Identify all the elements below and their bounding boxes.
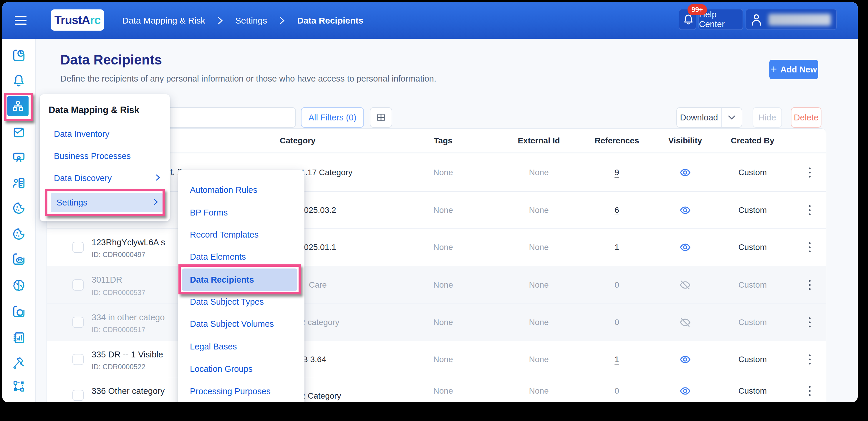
submenu-item-record-templates[interactable]: Record Templates [190, 230, 258, 240]
hide-button[interactable]: Hide [752, 107, 782, 128]
row-checkbox[interactable] [72, 317, 84, 328]
submenu-item-data-elements[interactable]: Data Elements [190, 252, 246, 262]
menu-item-data-inventory[interactable]: Data Inventory [54, 129, 110, 139]
column-header-created-by[interactable]: Created By [731, 136, 774, 145]
submenu-item-bp-forms[interactable]: BP Forms [190, 208, 227, 218]
row-checkbox[interactable] [72, 242, 84, 253]
table-row: 3011DR ID: CDR0000537 Care None None 0 C… [47, 266, 826, 303]
left-icon-sidebar [2, 39, 36, 402]
individual-rights-icon[interactable] [12, 176, 26, 190]
column-header-category[interactable]: Category [280, 136, 315, 145]
workflow-nodes-icon[interactable] [12, 380, 26, 393]
column-header-visibility[interactable]: Visibility [669, 136, 702, 145]
cell-category: R category [300, 318, 339, 327]
trustarc-logo[interactable]: TrustArc [51, 9, 104, 31]
settings-submenu: Automation Rules BP Forms Record Templat… [178, 170, 305, 402]
row-checkbox[interactable] [72, 354, 84, 365]
recipient-id: ID: CDR0000517 [92, 326, 146, 334]
row-actions-kebab[interactable] [807, 353, 812, 366]
breadcrumb-data-mapping[interactable]: Data Mapping & Risk [122, 15, 205, 26]
sidebar-item-data-mapping-risk[interactable] [7, 96, 29, 116]
breadcrumb-settings[interactable]: Settings [235, 15, 267, 26]
submenu-item-data-subject-volumes[interactable]: Data Subject Volumes [190, 319, 274, 329]
column-header-tags[interactable]: Tags [434, 136, 452, 145]
assessments-clipboard-icon[interactable] [12, 125, 26, 139]
cell-category: 2025.03.2 [300, 205, 336, 215]
row-checkbox[interactable] [72, 390, 84, 401]
submenu-item-data-recipients[interactable]: Data Recipients [190, 275, 254, 285]
top-navigation-bar: TrustArc Data Mapping & Risk Settings Da… [2, 2, 858, 39]
cell-references-link[interactable]: 6 [615, 205, 619, 215]
column-settings-button[interactable] [370, 107, 392, 128]
breadcrumb-data-recipients[interactable]: Data Recipients [297, 15, 363, 26]
page-title: Data Recipients [60, 52, 162, 68]
cell-tags: None [433, 168, 453, 177]
recipient-name[interactable]: 3011DR [92, 275, 122, 285]
incident-alert-icon[interactable] [12, 305, 26, 318]
cell-external-id: None [529, 386, 549, 396]
cookie-manager-icon[interactable] [12, 227, 26, 241]
download-button[interactable]: Download [677, 108, 722, 127]
page-subtitle: Define the recipients of any personal in… [60, 74, 436, 84]
row-actions-kebab[interactable] [807, 316, 812, 329]
reports-notebook-icon[interactable] [12, 331, 26, 345]
visibility-hidden-eye-off-icon[interactable] [679, 317, 691, 328]
row-checkbox[interactable] [72, 280, 84, 291]
user-profile-button[interactable] [745, 9, 837, 30]
recipient-name[interactable]: 334 in other catego [92, 313, 164, 322]
regulatory-gavel-icon[interactable] [12, 356, 26, 370]
visibility-hidden-eye-off-icon[interactable] [679, 279, 691, 291]
submenu-item-legal-bases[interactable]: Legal Bases [190, 342, 237, 352]
cell-references-link[interactable]: 9 [615, 168, 619, 177]
alerts-bell-icon[interactable] [12, 74, 26, 87]
bell-icon [683, 13, 694, 26]
cell-references-link[interactable]: 1 [615, 355, 619, 364]
row-actions-kebab[interactable] [807, 166, 812, 179]
chevron-right-icon [155, 173, 160, 183]
visibility-eye-icon[interactable] [679, 204, 691, 216]
download-split-button: Download [676, 107, 742, 128]
cell-references-link[interactable]: 1 [615, 242, 619, 252]
dashboard-icon[interactable] [12, 48, 26, 62]
plus-icon: + [771, 63, 777, 75]
visibility-eye-icon[interactable] [679, 241, 691, 253]
menu-item-settings[interactable]: Settings [57, 198, 88, 207]
cell-external-id: None [529, 318, 549, 327]
submenu-item-processing-purposes[interactable]: Processing Purposes [190, 387, 271, 396]
visibility-eye-icon[interactable] [679, 167, 691, 179]
recipient-name[interactable]: 123RhgYclywL6A s [92, 237, 165, 247]
row-actions-kebab[interactable] [807, 240, 812, 254]
cookie-consent-icon[interactable] [12, 201, 26, 215]
column-header-references[interactable]: References [595, 136, 639, 145]
submenu-item-automation-rules[interactable]: Automation Rules [190, 185, 257, 195]
cell-tags: None [433, 355, 453, 364]
cell-external-id: None [529, 280, 549, 290]
recipient-name[interactable]: 336 Other category [92, 386, 164, 396]
cell-category: B 3.64 [302, 355, 326, 364]
delete-button[interactable]: Delete [791, 107, 822, 128]
cell-category: R Category [300, 391, 341, 401]
cell-external-id: None [529, 242, 549, 252]
row-actions-kebab[interactable] [807, 384, 812, 398]
column-header-external-id[interactable]: External Id [518, 136, 560, 145]
menu-header: Data Mapping & Risk [49, 105, 139, 116]
submenu-item-data-subject-types[interactable]: Data Subject Types [190, 297, 264, 307]
all-filters-button[interactable]: All Filters (0) [301, 107, 364, 128]
grid-icon [376, 112, 386, 123]
ai-governance-brain-icon[interactable] [12, 279, 26, 292]
add-new-button[interactable]: + Add New [769, 60, 818, 79]
menu-item-data-discovery[interactable]: Data Discovery [54, 173, 112, 183]
row-actions-kebab[interactable] [807, 203, 812, 217]
download-dropdown-button[interactable] [722, 108, 742, 127]
recipient-name[interactable]: 335 DR -- 1 Visible [92, 350, 163, 359]
row-actions-kebab[interactable] [807, 278, 812, 292]
submenu-item-location-groups[interactable]: Location Groups [190, 364, 253, 374]
code-scanner-icon[interactable] [12, 252, 26, 266]
hamburger-menu-icon[interactable] [13, 14, 28, 27]
kiosk-monitor-icon[interactable] [12, 151, 26, 164]
visibility-eye-icon[interactable] [679, 385, 691, 397]
notification-count-badge: 99+ [687, 4, 707, 15]
table-row: 123RhgYclywL6A s ID: CDR0000497 2025.01.… [47, 228, 826, 266]
menu-item-business-processes[interactable]: Business Processes [54, 151, 131, 161]
visibility-eye-icon[interactable] [679, 354, 691, 365]
